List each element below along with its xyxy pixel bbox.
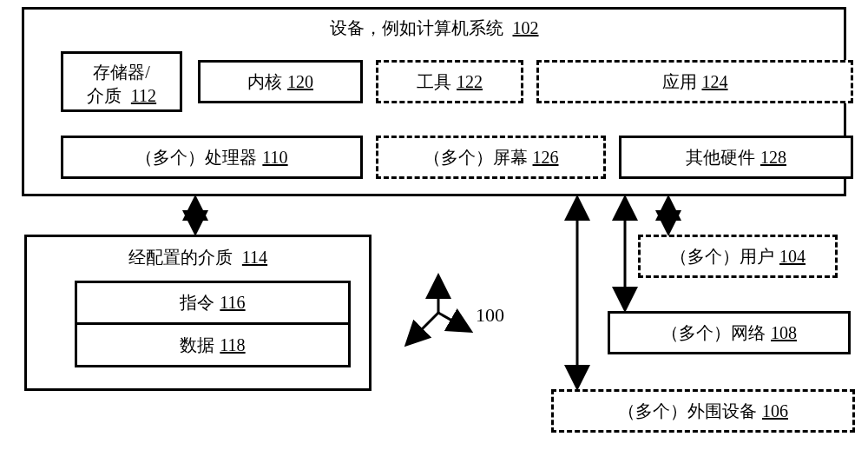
apps-label: 应用 bbox=[662, 70, 697, 94]
kernel-num: 120 bbox=[287, 72, 313, 92]
screens-box: （多个）屏幕 126 bbox=[376, 136, 606, 179]
memory-label-text: 介质 bbox=[87, 86, 122, 105]
memory-box: 存储器/ 介质 112 bbox=[61, 51, 182, 112]
kernel-label: 内核 bbox=[247, 70, 282, 94]
data-num: 118 bbox=[220, 335, 245, 355]
svg-line-1 bbox=[408, 313, 438, 343]
peripherals-num: 106 bbox=[762, 401, 788, 421]
users-label: （多个）用户 bbox=[670, 245, 774, 268]
figure-number: 100 bbox=[476, 304, 504, 327]
compass-icon bbox=[408, 278, 469, 343]
svg-line-2 bbox=[438, 313, 469, 330]
configured-medium-title: 经配置的介质 114 bbox=[27, 246, 369, 269]
memory-label-line2: 介质 112 bbox=[63, 84, 180, 108]
memory-label-line1: 存储器/ bbox=[63, 61, 180, 84]
tools-label: 工具 bbox=[417, 70, 451, 94]
networks-box: （多个）网络 108 bbox=[608, 311, 851, 354]
apps-num: 124 bbox=[702, 72, 728, 92]
screens-num: 126 bbox=[533, 148, 559, 168]
users-num: 104 bbox=[779, 247, 806, 267]
networks-label: （多个）网络 bbox=[661, 321, 766, 345]
instructions-num: 116 bbox=[220, 293, 245, 313]
networks-num: 108 bbox=[771, 323, 797, 343]
device-label: 设备，例如计算机系统 bbox=[330, 17, 503, 40]
tools-box: 工具 122 bbox=[376, 60, 523, 103]
device-box: 设备，例如计算机系统 102 存储器/ 介质 112 内核 120 工具 122… bbox=[22, 7, 846, 196]
peripherals-label: （多个）外围设备 bbox=[618, 400, 757, 423]
device-title: 设备，例如计算机系统 102 bbox=[24, 17, 844, 40]
other-hardware-label: 其他硬件 bbox=[686, 146, 755, 169]
instructions-box: 指令 116 bbox=[75, 281, 351, 324]
apps-box: 应用 124 bbox=[536, 60, 853, 103]
configured-medium-box: 经配置的介质 114 指令 116 数据 118 bbox=[24, 235, 372, 391]
memory-num: 112 bbox=[131, 86, 156, 105]
processors-label: （多个）处理器 bbox=[135, 146, 257, 169]
screens-label: （多个）屏幕 bbox=[424, 146, 528, 169]
data-label: 数据 bbox=[180, 334, 214, 357]
peripherals-box: （多个）外围设备 106 bbox=[551, 389, 855, 433]
instructions-label: 指令 bbox=[180, 291, 214, 314]
kernel-box: 内核 120 bbox=[198, 60, 363, 103]
configured-medium-label: 经配置的介质 bbox=[128, 246, 233, 269]
data-box: 数据 118 bbox=[75, 324, 351, 367]
device-num: 102 bbox=[513, 18, 539, 37]
processors-box: （多个）处理器 110 bbox=[61, 136, 363, 179]
processors-num: 110 bbox=[262, 148, 287, 168]
configured-medium-num: 114 bbox=[242, 248, 267, 267]
other-hardware-num: 128 bbox=[760, 148, 786, 168]
other-hardware-box: 其他硬件 128 bbox=[619, 136, 853, 179]
tools-num: 122 bbox=[457, 72, 483, 92]
users-box: （多个）用户 104 bbox=[638, 235, 838, 278]
